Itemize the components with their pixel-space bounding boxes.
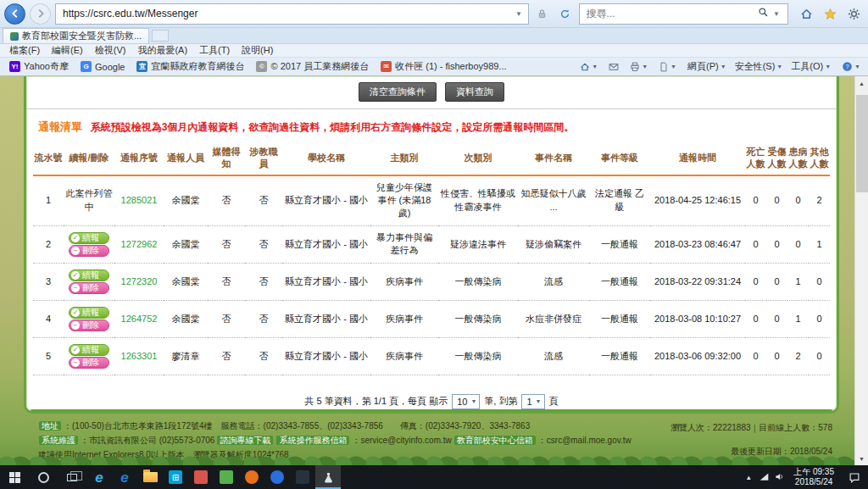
- task-view-button[interactable]: [58, 465, 86, 489]
- home-icon[interactable]: [796, 3, 816, 25]
- command-menu-item[interactable]: 工具(O)▼: [787, 60, 835, 73]
- messaging-app-icon[interactable]: [290, 465, 315, 489]
- gear-icon[interactable]: [843, 3, 864, 25]
- ill-cell: 1: [787, 300, 809, 337]
- command-menu-item[interactable]: 網頁(P)▼: [683, 60, 731, 73]
- edge-browser-icon[interactable]: e: [112, 465, 137, 489]
- start-button[interactable]: [0, 465, 29, 489]
- menu-item[interactable]: 檢視(V): [89, 44, 132, 57]
- serial-number-link[interactable]: 1272320: [121, 276, 158, 286]
- taskbar: ee⊞ ▴ 上午 09:35 2018/5/24: [0, 465, 868, 489]
- hidden-icons-button[interactable]: ▴: [741, 473, 756, 481]
- yahoo-icon: Y!: [9, 61, 20, 72]
- app-red-icon[interactable]: [188, 465, 214, 489]
- home-dropdown-button[interactable]: ▼: [576, 62, 602, 72]
- mail-icon: ✉: [381, 61, 392, 72]
- continue-report-button[interactable]: ✓續報: [69, 270, 109, 281]
- system-tray: ▴ 上午 09:35 2018/5/24: [741, 465, 868, 489]
- favorite-item[interactable]: Y!Yahoo奇摩: [3, 58, 75, 75]
- clear-query-button[interactable]: 清空查詢條件: [359, 82, 437, 102]
- command-menu-item[interactable]: 安全性(S)▼: [731, 60, 787, 73]
- back-arrow-icon: [9, 8, 21, 19]
- chevron-down-icon: ▼: [642, 64, 648, 69]
- app-green-icon[interactable]: [214, 465, 239, 489]
- internet-explorer-icon[interactable]: e: [86, 465, 112, 489]
- url-box[interactable]: ▼: [55, 3, 529, 25]
- read-mail-button[interactable]: [604, 62, 623, 72]
- action-center-button[interactable]: [841, 465, 868, 489]
- menu-item[interactable]: 說明(H): [236, 44, 279, 57]
- footer-link-badge[interactable]: 系統操作服務信箱: [276, 436, 349, 445]
- delete-report-button[interactable]: −刪除: [69, 282, 109, 294]
- deaths-cell: 0: [745, 337, 766, 375]
- serial-cell: 1263301: [114, 337, 164, 375]
- serial-number-link[interactable]: 1263301: [121, 351, 158, 361]
- capture-tool-icon[interactable]: [315, 465, 341, 489]
- favorite-item[interactable]: GGoogle: [75, 58, 131, 75]
- serial-number-link[interactable]: 1264752: [121, 314, 158, 324]
- browser-tab[interactable]: 教育部校園安全暨災害防救...: [3, 28, 149, 43]
- browser-search-box[interactable]: ▼: [579, 3, 788, 25]
- serial-number-link[interactable]: 1285021: [121, 195, 158, 205]
- volume-icon[interactable]: [771, 472, 787, 483]
- footer-link-badge[interactable]: 諮詢專線下載: [217, 436, 273, 445]
- menu-bar: 檔案(F)編輯(E)檢視(V)我的最愛(A)工具(T)說明(H): [0, 44, 868, 58]
- url-input[interactable]: [63, 8, 511, 19]
- staff-cell: 否: [245, 337, 282, 375]
- pagination-suffix: 頁: [549, 395, 559, 408]
- privacy-policy-link[interactable]: 【隱私權宣告】: [359, 410, 425, 414]
- scrollbar-thumb[interactable]: [856, 95, 868, 192]
- continue-report-button[interactable]: ✓續報: [69, 344, 109, 356]
- print-dropdown-button[interactable]: ▼: [626, 62, 652, 72]
- footer-link-badge[interactable]: 地址: [39, 421, 61, 431]
- menu-item[interactable]: 編輯(E): [46, 44, 89, 57]
- help-button[interactable]: ?▼: [837, 61, 865, 72]
- new-tab-button[interactable]: [152, 30, 169, 42]
- browser-search-input[interactable]: [587, 8, 758, 19]
- search-icon[interactable]: [758, 7, 769, 20]
- app-blue-icon[interactable]: [264, 465, 290, 489]
- vertical-scrollbar[interactable]: ▲ ▼: [854, 76, 868, 465]
- continue-report-button[interactable]: ✓續報: [69, 307, 109, 319]
- menu-item[interactable]: 我的最愛(A): [131, 44, 193, 57]
- delete-icon: −: [71, 284, 80, 292]
- firefox-browser-icon[interactable]: [239, 465, 264, 489]
- continue-report-button[interactable]: ✓續報: [69, 232, 109, 244]
- scroll-down-button[interactable]: ▼: [855, 452, 868, 465]
- data-query-button[interactable]: 資料查詢: [445, 82, 504, 102]
- delete-report-button[interactable]: −刪除: [69, 320, 109, 331]
- favorite-item[interactable]: 宜宜蘭縣政府教育網後台: [131, 58, 250, 75]
- page-dropdown-button[interactable]: ▼: [654, 62, 681, 72]
- network-icon[interactable]: [756, 472, 771, 483]
- column-header: 事件等級: [589, 142, 650, 175]
- taskbar-clock[interactable]: 上午 09:35 2018/5/24: [787, 467, 841, 488]
- table-row: 2✓續報−刪除1272962余國棠否否縣立育才國小 - 國小暴力事件與偏差行為疑…: [33, 225, 830, 263]
- goto-page-select[interactable]: 1 ▼: [521, 394, 544, 409]
- serial-number-link[interactable]: 1272962: [121, 239, 158, 249]
- mail-icon: [609, 62, 619, 72]
- page-content: 清空查詢條件 資料查詢 通報清單 系統預設檢視為3個月內通報資料，欲查詢過往資料…: [24, 76, 839, 414]
- favorite-item[interactable]: ©© 2017 員工業務網後台: [250, 58, 375, 75]
- url-dropdown-icon[interactable]: ▼: [511, 10, 526, 18]
- forward-button[interactable]: [30, 3, 51, 25]
- favorite-label: Yahoo奇摩: [24, 60, 69, 73]
- favorites-star-icon[interactable]: [820, 3, 840, 25]
- event_name-cell: 疑涉偷竊案件: [518, 225, 589, 263]
- refresh-button[interactable]: [556, 3, 575, 25]
- file-explorer-icon[interactable]: [137, 465, 163, 489]
- column-header: 通報人員: [164, 142, 208, 175]
- menu-item[interactable]: 檔案(F): [3, 44, 46, 57]
- footer-link-badge[interactable]: 教育部校安中心信箱: [454, 436, 536, 445]
- favorite-item[interactable]: ✉收件匣 (1) - fisherboy989...: [375, 58, 512, 75]
- back-button[interactable]: [4, 3, 25, 25]
- search-dropdown-icon[interactable]: ▼: [769, 10, 784, 18]
- footer-link-badge[interactable]: 系統維護: [39, 436, 78, 445]
- menu-item[interactable]: 工具(T): [193, 44, 236, 57]
- delete-report-button[interactable]: −刪除: [69, 245, 109, 257]
- scroll-up-button[interactable]: ▲: [855, 76, 868, 90]
- delete-report-button[interactable]: −刪除: [69, 357, 109, 369]
- microsoft-store-icon[interactable]: ⊞: [163, 465, 188, 489]
- security-policy-link[interactable]: 【資訊安全宣告】: [430, 410, 504, 414]
- cortana-search-button[interactable]: [29, 465, 58, 489]
- per-page-select[interactable]: 10 ▼: [452, 394, 480, 409]
